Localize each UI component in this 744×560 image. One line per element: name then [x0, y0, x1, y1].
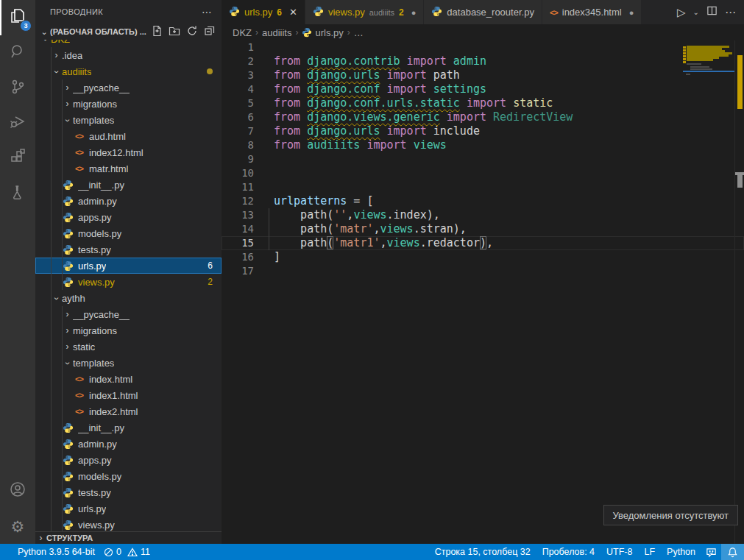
encoding-status[interactable]: UTF-8 — [600, 544, 638, 560]
tree-item-static[interactable]: ›static — [35, 339, 222, 355]
tree-item-tests-py[interactable]: tests.py — [35, 484, 222, 500]
close-icon[interactable]: ✕ — [289, 7, 297, 18]
tree-item-index2-html[interactable]: <>index2.html — [35, 403, 222, 419]
tree-item-models-py[interactable]: models.py — [35, 468, 222, 484]
chevron-right-icon: › — [62, 309, 73, 319]
tree-item-audiiits[interactable]: ›audiiits — [35, 63, 222, 79]
indentation-status[interactable]: Пробелов: 4 — [536, 544, 600, 560]
tree-item-migrations[interactable]: ›migrations — [35, 96, 222, 112]
code-line-16[interactable]: 16] — [222, 250, 744, 264]
tab-views-py[interactable]: views.pyaudiiits2● — [305, 0, 424, 24]
tree-item-urls-py[interactable]: urls.py6 — [35, 258, 222, 274]
tree-item-migrations[interactable]: ›migrations — [35, 322, 222, 339]
more-actions-button[interactable]: ⋯ — [725, 6, 737, 19]
notifications-bell-button[interactable] — [721, 544, 744, 560]
code-line-1[interactable]: 1 — [222, 40, 744, 54]
tab-label: index345.html — [562, 7, 622, 18]
refresh-button[interactable] — [186, 25, 198, 38]
tab-index345-html[interactable]: <>index345.html● — [542, 0, 642, 24]
code-line-5[interactable]: 5from django.conf.urls.static import sta… — [222, 96, 744, 110]
tree-item-label: admin.py — [78, 439, 117, 450]
tree-item-templates[interactable]: ›templates — [35, 112, 222, 128]
language-mode-status[interactable]: Python — [661, 544, 701, 560]
tree-item-aud-html[interactable]: <>aud.html — [35, 128, 222, 144]
code-line-13[interactable]: 13 path('',views.index), — [222, 208, 744, 222]
code-line-17[interactable]: 17 — [222, 264, 744, 278]
tree-item-models-py[interactable]: models.py — [35, 225, 222, 241]
tree-item-label: index1.html — [89, 390, 138, 401]
tree-item-index-html[interactable]: <>index.html — [35, 371, 222, 387]
collapse-all-button[interactable] — [204, 25, 216, 38]
tree-item--init-py[interactable]: __init__.py — [35, 419, 222, 436]
tree-item-templates[interactable]: ›templates — [35, 355, 222, 371]
explorer-activity-button[interactable]: 3 — [0, 0, 35, 35]
tree-item--idea[interactable]: ›.idea — [35, 47, 222, 63]
run-dropdown-chevron-icon[interactable]: ⌄ — [693, 8, 699, 16]
breadcrumb-item-audiiits[interactable]: audiiits — [262, 27, 291, 38]
code-line-2[interactable]: 2from django.contrib import admin — [222, 54, 744, 68]
feedback-smiley-icon — [706, 547, 717, 558]
breadcrumb-item-dkz[interactable]: DKZ — [233, 27, 252, 38]
run-debug-activity-button[interactable] — [0, 106, 35, 141]
code-line-6[interactable]: 6from django.views.generic import Redire… — [222, 110, 744, 124]
tree-item-dkz[interactable]: ›DKZ — [35, 40, 222, 47]
tree-item-aythh[interactable]: ›aythh — [35, 290, 222, 306]
feedback-button[interactable] — [701, 544, 721, 560]
code-editor[interactable]: 12from django.contrib import admin3from … — [222, 40, 744, 544]
tree-item-views-py[interactable]: views.py — [35, 517, 222, 531]
tree-item-urls-py[interactable]: urls.py — [35, 500, 222, 517]
tab-urls-py[interactable]: urls.py6✕ — [222, 0, 305, 24]
line-number: 2 — [222, 54, 254, 68]
problems-status[interactable]: 0 11 — [99, 544, 155, 560]
tree-item-tests-py[interactable]: tests.py — [35, 241, 222, 258]
tree-item-index1-html[interactable]: <>index1.html — [35, 387, 222, 403]
code-line-4[interactable]: 4from django.conf import settings — [222, 82, 744, 96]
source-control-activity-button[interactable] — [0, 71, 35, 106]
tree-item-admin-py[interactable]: admin.py — [35, 436, 222, 452]
code-line-3[interactable]: 3from django.urls import path — [222, 68, 744, 82]
tree-item-apps-py[interactable]: apps.py — [35, 452, 222, 468]
tree-item-matr-html[interactable]: <>matr.html — [35, 160, 222, 177]
activity-bar: 3 — [0, 0, 35, 544]
sidebar-more-actions-button[interactable]: ⋯ — [202, 6, 213, 18]
run-python-file-button[interactable]: ▷ — [677, 6, 686, 19]
tree-item--pycache-[interactable]: ›__pycache__ — [35, 79, 222, 96]
code-line-15[interactable]: 15 path('matr1',views.redactor), — [222, 236, 744, 250]
tree-item-admin-py[interactable]: admin.py — [35, 193, 222, 209]
outline-section-header[interactable]: › СТРУКТУРА — [35, 531, 222, 544]
breadcrumb-item-urls-py[interactable]: urls.py — [302, 27, 343, 38]
tab-database-roouter-py[interactable]: database_roouter.py — [424, 0, 542, 24]
code-line-9[interactable]: 9 — [222, 152, 744, 166]
extensions-activity-button[interactable] — [0, 141, 35, 177]
split-editor-button[interactable] — [706, 5, 718, 19]
search-activity-button[interactable] — [0, 35, 35, 71]
new-file-button[interactable] — [151, 25, 163, 38]
tree-item-label: DKZ — [51, 40, 70, 45]
code-line-11[interactable]: 11 — [222, 180, 744, 194]
testing-activity-button[interactable] — [0, 177, 35, 212]
eol-status[interactable]: LF — [638, 544, 661, 560]
new-folder-button[interactable] — [169, 25, 180, 38]
code-line-12[interactable]: 12urlpatterns = [ — [222, 194, 744, 208]
workspace-section-header[interactable]: ⌄ (РАБОЧАЯ ОБЛАСТЬ) ... — [35, 24, 222, 40]
chevron-right-icon: › — [62, 99, 73, 109]
minimap[interactable] — [683, 42, 734, 130]
account-button[interactable] — [0, 473, 35, 508]
overview-ruler[interactable] — [734, 40, 744, 544]
scrollbar-thumb[interactable] — [737, 175, 743, 188]
tree-item-apps-py[interactable]: apps.py — [35, 209, 222, 225]
tree-item-views-py[interactable]: views.py2 — [35, 274, 222, 290]
settings-button[interactable]: ⚙ — [0, 508, 35, 544]
code-line-7[interactable]: 7from django.urls import include — [222, 124, 744, 138]
code-line-14[interactable]: 14 path('matr',views.stran), — [222, 222, 744, 236]
cursor-position-status[interactable]: Строка 15, столбец 32 — [429, 544, 536, 560]
breadcrumb-item--[interactable]: … — [354, 27, 364, 38]
tree-item-index12-html[interactable]: <>index12.html — [35, 144, 222, 160]
code-line-8[interactable]: 8from audiiits import views — [222, 138, 744, 152]
python-interpreter-status[interactable]: Python 3.9.5 64-bit — [13, 544, 99, 560]
breadcrumb-separator-icon: › — [295, 27, 298, 38]
tree-item--pycache-[interactable]: ›__pycache__ — [35, 306, 222, 322]
code-line-10[interactable]: 10 — [222, 166, 744, 180]
source-control-icon — [8, 77, 27, 99]
tree-item--init-py[interactable]: __init__.py — [35, 177, 222, 193]
